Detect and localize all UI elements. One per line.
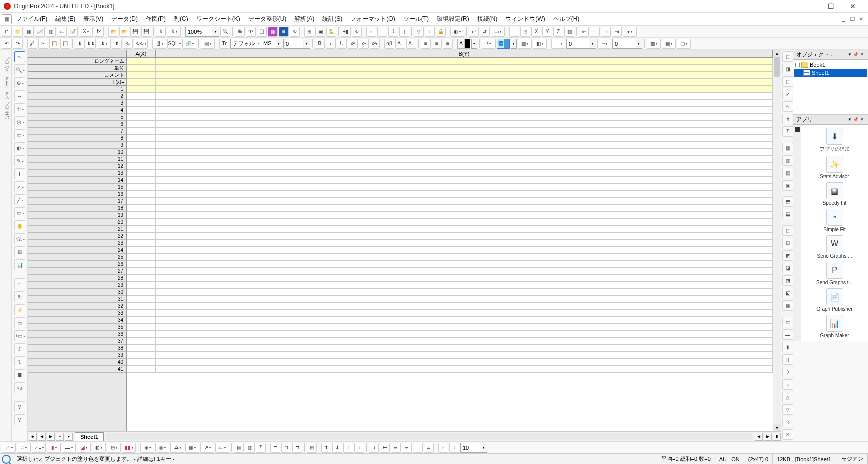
g6-button[interactable]: ↯ <box>782 114 794 124</box>
move-left-button[interactable]: ← <box>590 27 600 37</box>
row-header[interactable]: 38 <box>28 345 126 352</box>
comments-row-header[interactable]: コメント <box>28 72 126 79</box>
g9-button[interactable]: ▥ <box>782 155 794 166</box>
g17-button[interactable]: ◪ <box>782 263 794 273</box>
italic-button[interactable]: I <box>326 39 336 49</box>
data-row[interactable] <box>127 310 773 317</box>
align-right-button[interactable]: ≡ <box>443 39 453 49</box>
tree-book-item[interactable]: − Book1 <box>794 61 867 69</box>
data-row[interactable] <box>127 121 773 128</box>
copy-button[interactable]: 📋 <box>50 39 60 49</box>
more-button[interactable]: ▾ <box>623 27 637 37</box>
zoom-panning-tool[interactable]: ⊕ <box>14 77 26 88</box>
g7-button[interactable]: Σ <box>782 126 794 137</box>
data-row[interactable] <box>127 268 773 275</box>
row-header[interactable]: 9 <box>28 142 126 149</box>
g11-button[interactable]: ▣ <box>782 180 794 191</box>
row-number-button[interactable]: ▥ <box>564 27 574 37</box>
align-center-button[interactable]: ≡ <box>432 39 442 49</box>
pointer-tool[interactable]: ↖ <box>14 51 26 62</box>
menu-view[interactable]: 表示(V) <box>80 13 108 25</box>
g15-button[interactable]: ⊡ <box>782 238 794 248</box>
font-combo[interactable]: ▾ <box>230 39 282 49</box>
apps-panel-header[interactable]: アプリ ▼ 📌 ✕ <box>794 115 868 125</box>
data-row[interactable] <box>127 317 773 324</box>
row-header[interactable]: 21 <box>28 226 126 233</box>
data-row[interactable] <box>127 303 773 310</box>
front-button[interactable]: ⬆ <box>322 443 332 453</box>
data-row[interactable] <box>127 177 773 184</box>
group-button[interactable]: ⊞ <box>307 443 317 453</box>
extract-layer-button[interactable]: ⤴ <box>14 343 26 354</box>
dash-button[interactable]: ┈ <box>598 39 612 49</box>
line-color-button[interactable]: / <box>482 39 496 49</box>
column-b-header[interactable]: B(Y) <box>156 50 773 57</box>
histogram-button[interactable]: ▮▮ <box>122 443 136 453</box>
status-angle-mode[interactable]: ラジアン <box>838 454 868 464</box>
data-row[interactable] <box>127 86 773 93</box>
data-row[interactable] <box>127 156 773 163</box>
data-row[interactable] <box>127 282 773 289</box>
mdi-close-button[interactable]: ✕ <box>857 15 866 23</box>
zoom-button[interactable]: 🔍 <box>220 27 230 37</box>
data-row[interactable] <box>127 233 773 240</box>
data-row[interactable] <box>127 247 773 254</box>
hscroll-right-button[interactable]: ▶ <box>764 433 772 441</box>
new-excel-button[interactable]: X <box>79 27 93 37</box>
move-last-button[interactable]: ⇥ <box>612 27 622 37</box>
legend-button[interactable]: ⊡ <box>520 27 530 37</box>
row-header[interactable]: 3 <box>28 100 126 107</box>
line-tool[interactable]: ╱ <box>14 194 26 205</box>
data-row[interactable] <box>127 191 773 198</box>
export-button[interactable]: ⬆ <box>112 39 122 49</box>
align-obj-center-button[interactable]: ⊓ <box>282 443 292 453</box>
menu-plot[interactable]: 作図(P) <box>142 13 170 25</box>
menu-analysis[interactable]: 解析(A) <box>290 13 318 25</box>
g13-button[interactable]: ⬓ <box>782 209 794 219</box>
m-button[interactable]: M <box>14 401 26 412</box>
print-button[interactable]: 🖶 <box>235 27 245 37</box>
move-right-button[interactable]: → <box>601 27 611 37</box>
anti-alias-button[interactable]: ≡ <box>14 278 26 289</box>
row-header[interactable]: 33 <box>28 310 126 317</box>
data-row[interactable] <box>127 359 773 366</box>
g18-button[interactable]: ⬔ <box>782 275 794 286</box>
pie-plot-button[interactable]: ◐ <box>92 443 106 453</box>
bar-plot-button[interactable]: ▬ <box>62 443 76 453</box>
tab-next-button[interactable]: ▶ <box>47 433 55 441</box>
vertical-scrollbar[interactable]: ▲ ▼ <box>773 50 781 431</box>
new-workbook-button[interactable]: ▦ <box>24 27 34 37</box>
row-header[interactable]: 20 <box>28 219 126 226</box>
panel-close-icon[interactable]: ✕ <box>859 52 865 57</box>
data-row[interactable] <box>127 212 773 219</box>
x-button[interactable]: X <box>532 27 542 37</box>
font-size-input[interactable] <box>284 39 304 49</box>
rescale-button[interactable]: ↔ <box>366 27 376 37</box>
data-row[interactable] <box>127 149 773 156</box>
data-row[interactable] <box>127 345 773 352</box>
sql-button[interactable]: SQL <box>168 39 182 49</box>
row-header[interactable]: 23 <box>28 240 126 247</box>
copy-format-button[interactable]: 🖌 <box>28 39 38 49</box>
filter-button[interactable]: ▽ <box>414 27 424 37</box>
layer-management-button[interactable]: ≣ <box>14 369 26 380</box>
refresh-button[interactable]: ↻ <box>352 27 362 37</box>
app-item[interactable]: ▦Speedy Fit <box>802 182 867 206</box>
apps-close-icon[interactable]: ✕ <box>859 117 865 122</box>
row-header[interactable]: 19 <box>28 212 126 219</box>
line-width-input[interactable] <box>566 39 590 49</box>
menu-file[interactable]: ファイル(F) <box>12 13 52 25</box>
import-ascii-button[interactable]: ⇩ <box>167 27 181 37</box>
python-button[interactable]: 🐍 <box>326 27 336 37</box>
row-header[interactable]: 34 <box>28 317 126 324</box>
subscript-button[interactable]: x₂ <box>359 39 369 49</box>
g4-button[interactable]: ⤢ <box>782 89 794 99</box>
g25-button[interactable]: ◊ <box>782 367 794 377</box>
spacing-combo[interactable]: ▾ <box>460 443 488 453</box>
menu-statistics[interactable]: 統計(S) <box>318 13 346 25</box>
row-header[interactable]: 5 <box>28 114 126 121</box>
vector-button[interactable]: ↗ <box>200 443 214 453</box>
menu-data[interactable]: データ(D) <box>108 13 142 25</box>
g20-button[interactable]: ▦ <box>782 300 794 311</box>
menu-help[interactable]: ヘルプ(H) <box>550 13 584 25</box>
